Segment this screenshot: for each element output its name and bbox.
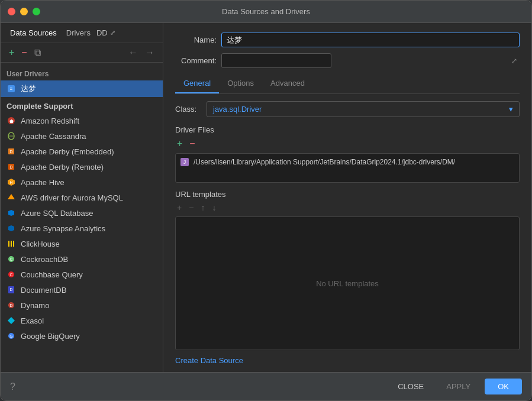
couchbase-icon: C [7, 270, 16, 279]
close-button[interactable]: CLOSE [389, 379, 432, 394]
add-driver-file-button[interactable]: + [175, 138, 184, 150]
apache-hive-label: Apache Hive [21, 178, 65, 187]
svg-text:≡: ≡ [10, 86, 13, 92]
url-templates-toolbar: + − ↑ ↓ [175, 202, 520, 213]
list-item-cockroachdb[interactable]: C CockroachDB [1, 251, 163, 267]
list-item-google-bigquery[interactable]: G Google BigQuery [1, 328, 163, 344]
tab-general[interactable]: General [175, 74, 219, 93]
class-value: java.sql.Driver [213, 105, 262, 114]
apache-hive-icon: H [7, 177, 16, 187]
svg-rect-13 [11, 241, 12, 247]
driver-files-list: J /Users/lisen/Library/Application Suppo… [175, 153, 520, 183]
remove-url-template-button[interactable]: − [187, 202, 195, 213]
traffic-lights [8, 8, 40, 15]
svg-text:⬟: ⬟ [9, 119, 14, 124]
back-button[interactable]: ← [126, 46, 140, 59]
add-url-template-button[interactable]: + [175, 202, 183, 213]
driver-file-item[interactable]: J /Users/lisen/Library/Application Suppo… [176, 155, 519, 169]
driver-files-section: Driver Files + − J /Users/lisen/Library/… [175, 125, 520, 190]
apache-cassandra-label: Apache Cassandra [21, 132, 86, 141]
url-templates-header: URL templates [175, 190, 520, 199]
titlebar: Data Sources and Drivers [1, 1, 531, 23]
list-toolbar: + − ⧉ ← → [1, 43, 163, 63]
apache-derby-remote-label: Apache Derby (Remote) [21, 163, 104, 172]
svg-text:D: D [9, 303, 12, 308]
help-button[interactable]: ? [10, 381, 15, 392]
remove-button[interactable]: − [19, 46, 29, 59]
comment-expand-button[interactable]: ⤢ [511, 57, 517, 65]
ok-button[interactable]: OK [485, 379, 522, 394]
list-item-couchbase[interactable]: C Couchbase Query [1, 267, 163, 282]
move-up-url-button[interactable]: ↑ [199, 202, 207, 213]
class-label: Class: [175, 105, 202, 114]
svg-text:D: D [9, 150, 12, 154]
list-item-aws-aurora[interactable]: AWS driver for Aurora MySQL [1, 190, 163, 205]
class-select[interactable]: java.sql.Driver ▾ [207, 101, 520, 117]
cockroachdb-label: CockroachDB [21, 255, 68, 264]
documentdb-icon: D [7, 285, 16, 295]
name-input[interactable] [221, 33, 520, 47]
name-label: Name: [175, 35, 217, 44]
complete-support-label: Complete Support [1, 97, 163, 113]
tab-advanced[interactable]: Advanced [262, 74, 313, 93]
driver-files-toolbar: + − [175, 138, 520, 150]
top-tabs-bar: Data Sources Drivers DD ⤢ [1, 23, 163, 43]
exasol-label: Exasol [21, 316, 44, 325]
amazon-redshift-icon: ⬟ [7, 116, 16, 125]
footer-right: CLOSE APPLY OK [389, 379, 522, 394]
dynamo-icon: D [7, 300, 16, 310]
url-templates-list: No URL templates [175, 216, 520, 350]
comment-input[interactable] [221, 53, 331, 68]
footer: ? CLOSE APPLY OK [1, 372, 531, 400]
list-item-apache-derby-embedded[interactable]: D Apache Derby (Embedded) [1, 144, 163, 159]
dynamo-label: Dynamo [21, 301, 49, 310]
documentdb-label: DocumentDB [21, 286, 66, 295]
list-item-clickhouse[interactable]: ClickHouse [1, 236, 163, 251]
driver-file-icon: J [180, 158, 189, 166]
svg-text:D: D [9, 287, 12, 292]
class-dropdown-icon: ▾ [509, 105, 513, 114]
tab-options[interactable]: Options [219, 74, 262, 93]
list-item-azure-synapse[interactable]: Azure Synapse Analytics [1, 221, 163, 236]
list-item-documentdb[interactable]: D DocumentDB [1, 282, 163, 297]
list-item-apache-derby-remote[interactable]: D Apache Derby (Remote) [1, 159, 163, 174]
list-item-dynamo[interactable]: D Dynamo [1, 297, 163, 313]
copy-button[interactable]: ⧉ [32, 46, 43, 59]
svg-text:G: G [9, 334, 12, 338]
add-button[interactable]: + [7, 46, 17, 59]
google-bigquery-label: Google BigQuery [21, 332, 80, 341]
azure-sql-label: Azure SQL Database [21, 209, 93, 218]
driver-list-container[interactable]: User Drivers ≡ 达梦 Complete Support [1, 63, 163, 372]
list-item-amazon-redshift[interactable]: ⬟ Amazon Redshift [1, 113, 163, 128]
apache-cassandra-icon [7, 131, 16, 141]
window-title: Data Sources and Drivers [222, 7, 310, 16]
forward-button[interactable]: → [143, 46, 157, 59]
tab-drivers[interactable]: Drivers [63, 27, 94, 39]
cockroachdb-icon: C [7, 254, 16, 264]
list-item-damoneng[interactable]: ≡ 达梦 [1, 80, 163, 97]
move-down-url-button[interactable]: ↓ [210, 202, 218, 213]
tab-dd[interactable]: DD ⤢ [96, 28, 115, 37]
apache-derby-remote-icon: D [7, 162, 16, 172]
minimize-window-button[interactable] [20, 8, 28, 15]
list-item-apache-hive[interactable]: H Apache Hive [1, 174, 163, 190]
google-bigquery-icon: G [7, 331, 16, 341]
list-item-exasol[interactable]: Exasol [1, 313, 163, 328]
damoneng-icon: ≡ [7, 84, 16, 93]
name-field-row: Name: [175, 33, 520, 47]
list-item-apache-cassandra[interactable]: Apache Cassandra [1, 128, 163, 144]
remove-driver-file-button[interactable]: − [188, 138, 196, 150]
right-panel: Name: Comment: ⤢ General Options Advance… [163, 23, 531, 372]
azure-synapse-icon [7, 224, 16, 233]
comment-wrapper: ⤢ [221, 53, 520, 68]
tab-data-sources[interactable]: Data Sources [7, 27, 60, 39]
apply-button[interactable]: APPLY [438, 379, 479, 394]
damoneng-label: 达梦 [21, 83, 36, 94]
class-row: Class: java.sql.Driver ▾ [175, 101, 520, 117]
list-item-azure-sql[interactable]: Azure SQL Database [1, 205, 163, 221]
user-drivers-label: User Drivers [1, 65, 163, 80]
footer-left: ? [10, 381, 15, 392]
close-window-button[interactable] [8, 8, 15, 15]
create-data-source-link[interactable]: Create Data Source [175, 350, 520, 372]
maximize-window-button[interactable] [33, 8, 40, 15]
